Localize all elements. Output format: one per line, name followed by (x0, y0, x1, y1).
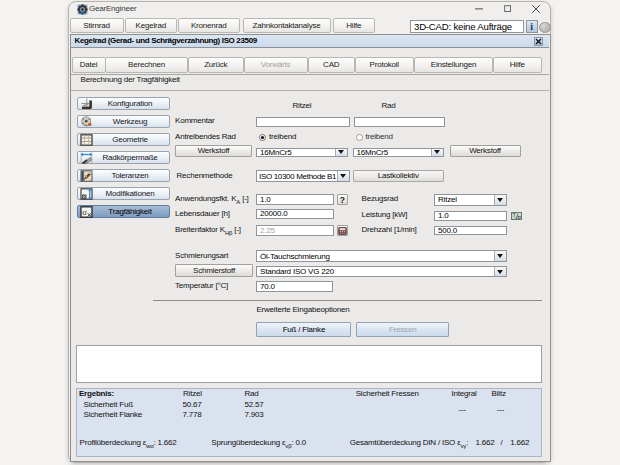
svg-text:σ: σ (82, 207, 87, 217)
svg-text:T: T (512, 213, 516, 218)
svg-text:P: P (517, 214, 521, 219)
